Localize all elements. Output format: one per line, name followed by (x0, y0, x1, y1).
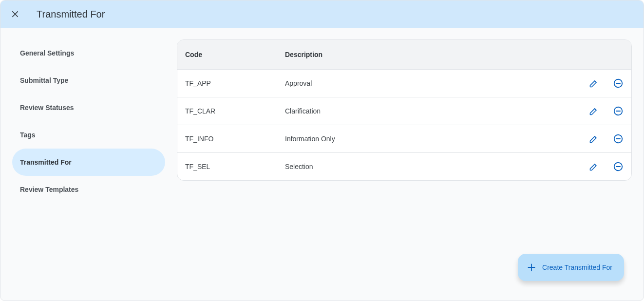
remove-button[interactable] (613, 106, 624, 116)
table: Code Description TF_APPApprovalTF_CLARCl… (177, 39, 632, 181)
create-button-label: Create Transmitted For (542, 263, 612, 271)
pencil-icon (589, 134, 599, 144)
sidebar-item-label: Tags (20, 131, 36, 139)
remove-circle-icon (613, 133, 624, 144)
sidebar-item-label: Submittal Type (20, 76, 68, 84)
close-button[interactable] (8, 7, 22, 21)
app-frame: Transmitted For General SettingsSubmitta… (0, 0, 644, 301)
col-header-description: Description (285, 51, 565, 58)
sidebar-item-submittal-type[interactable]: Submittal Type (12, 67, 165, 94)
cell-code: TF_CLAR (185, 107, 285, 115)
sidebar-item-label: Transmitted For (20, 158, 72, 166)
sidebar-item-review-templates[interactable]: Review Templates (12, 176, 165, 203)
pencil-icon (589, 162, 599, 171)
row-actions (565, 106, 624, 116)
body: General SettingsSubmittal TypeReview Sta… (0, 28, 644, 301)
remove-circle-icon (613, 161, 624, 172)
cell-description: Selection (285, 163, 565, 170)
table-body: TF_APPApprovalTF_CLARClarificationTF_INF… (177, 69, 631, 180)
page-title: Transmitted For (37, 9, 105, 20)
sidebar-item-label: Review Statuses (20, 104, 74, 112)
sidebar-item-tags[interactable]: Tags (12, 121, 165, 149)
remove-button[interactable] (613, 78, 624, 89)
col-header-code: Code (185, 51, 285, 58)
cell-description: Clarification (285, 107, 565, 115)
edit-button[interactable] (588, 106, 599, 116)
plus-icon (527, 263, 536, 272)
cell-code: TF_INFO (185, 135, 285, 143)
main: Code Description TF_APPApprovalTF_CLARCl… (177, 39, 632, 289)
row-actions (565, 78, 624, 89)
cell-code: TF_APP (185, 79, 285, 87)
cell-code: TF_SEL (185, 163, 285, 170)
edit-button[interactable] (588, 133, 599, 144)
cell-description: Information Only (285, 135, 565, 143)
remove-button[interactable] (613, 161, 624, 172)
close-icon (11, 10, 19, 19)
sidebar-item-review-statuses[interactable]: Review Statuses (12, 94, 165, 121)
remove-button[interactable] (613, 133, 624, 144)
sidebar-item-general-settings[interactable]: General Settings (12, 39, 165, 67)
edit-button[interactable] (588, 78, 599, 89)
sidebar-item-label: Review Templates (20, 186, 78, 193)
sidebar: General SettingsSubmittal TypeReview Sta… (12, 39, 165, 289)
row-actions (565, 161, 624, 172)
cell-description: Approval (285, 79, 565, 87)
sidebar-item-label: General Settings (20, 49, 74, 57)
remove-circle-icon (613, 78, 624, 89)
row-actions (565, 133, 624, 144)
table-row: TF_CLARClarification (177, 97, 631, 125)
pencil-icon (589, 106, 599, 116)
table-header: Code Description (177, 40, 631, 69)
pencil-icon (589, 78, 599, 88)
table-row: TF_SELSelection (177, 152, 631, 180)
sidebar-item-transmitted-for[interactable]: Transmitted For (12, 149, 165, 176)
table-row: TF_APPApproval (177, 69, 631, 97)
create-transmitted-for-button[interactable]: Create Transmitted For (518, 254, 624, 281)
remove-circle-icon (613, 106, 624, 116)
header: Transmitted For (0, 0, 644, 28)
table-row: TF_INFOInformation Only (177, 125, 631, 152)
edit-button[interactable] (588, 161, 599, 172)
